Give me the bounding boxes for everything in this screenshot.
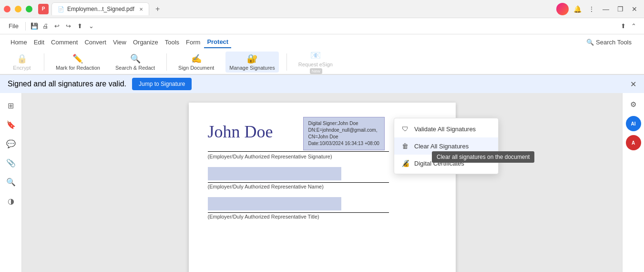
ribbon-divider-1 (44, 53, 44, 71)
jump-to-signature-btn[interactable]: Jump to Signature (132, 78, 192, 90)
sig-info-line1: Digital Signer:John Doe (308, 120, 379, 127)
search-redact-icon: 🔍 (130, 53, 141, 64)
share-icon[interactable]: ⬆ (75, 21, 85, 31)
search-tools-btn[interactable]: 🔍 Search Tools (582, 37, 636, 48)
rep-title-label: (Employer/Duly Authorized Representative… (208, 214, 437, 220)
mark-redaction-label: Mark for Redaction (56, 65, 100, 71)
upload-area: ⬆ ⌃ (618, 21, 638, 31)
tooltip-text: Clear all signatures on the document (437, 154, 530, 160)
file-menu[interactable]: File (6, 21, 21, 31)
sig-info-line3: CN=John Doe (308, 134, 379, 140)
pdf-area: John Doe Digital Signer:John Doe DN:E=jo… (22, 93, 622, 272)
view-menu[interactable]: View (110, 37, 129, 48)
notification-close-btn[interactable]: ✕ (630, 80, 636, 89)
sign-document-btn[interactable]: ✍️ Sign Document (174, 52, 218, 73)
browser-restore-icon[interactable]: ❐ (614, 3, 626, 15)
request-esign-label: Request eSign (298, 62, 333, 67)
sign-document-label: Sign Document (178, 65, 214, 71)
ribbon: 🔒 Encrypt ✏️ Mark for Redaction 🔍 Search… (0, 50, 644, 74)
search-icon: 🔍 (586, 39, 594, 46)
sidebar-thumbnail-icon[interactable]: ⊞ (2, 97, 20, 114)
menu-bar: Home Edit Comment Convert View Organize … (0, 34, 644, 50)
request-esign-btn[interactable]: 📧 Request eSign New (295, 48, 337, 76)
undo-icon[interactable]: ↩ (52, 21, 62, 31)
signature-line (208, 151, 389, 152)
ai-label: AI (631, 121, 636, 126)
search-tools-area: 🔍 Search Tools (582, 37, 636, 48)
search-redact-label: Search & Redact (115, 65, 155, 71)
encrypt-icon: 🔒 (17, 53, 27, 64)
as-icon[interactable]: A (626, 135, 641, 150)
organize-menu[interactable]: Organize (130, 37, 161, 48)
new-badge: New (310, 68, 322, 74)
comment-menu[interactable]: Comment (48, 37, 81, 48)
sidebar-comment-icon[interactable]: 💬 (2, 135, 20, 152)
browser-close-win-icon[interactable]: ✕ (629, 3, 640, 15)
rep-name-field (208, 167, 341, 180)
main-area: ⊞ 🔖 💬 📎 🔍 ◑ John Doe Digital Signer:John… (0, 93, 644, 272)
signature-text: John Doe (208, 122, 273, 142)
manage-signatures-dropdown: 🛡 Validate All Signatures 🗑 Clear All Si… (394, 118, 499, 174)
mark-redaction-btn[interactable]: ✏️ Mark for Redaction (52, 52, 104, 73)
rep-name-label: (Employer/Duly Authorized Representative… (208, 184, 437, 189)
notification-bar: Signed and all signatures are valid. Jum… (0, 75, 644, 93)
search-redact-btn[interactable]: 🔍 Search & Redact (112, 52, 159, 73)
tools-menu[interactable]: Tools (162, 37, 182, 48)
sidebar-search-icon[interactable]: 🔍 (2, 173, 20, 190)
new-tab-btn[interactable]: + (152, 3, 164, 15)
convert-menu[interactable]: Convert (82, 37, 109, 48)
ribbon-divider-3 (286, 53, 287, 71)
sig-info-popup: Digital Signer:John Doe DN:E=johndoe_nul… (303, 117, 385, 150)
manage-signatures-btn[interactable]: 🔐 Manage Signatures (225, 52, 278, 73)
ai-assistant-icon[interactable]: AI (626, 116, 641, 131)
tab-title: Employmen...t_Signed.pdf (67, 6, 134, 12)
browser-maximize-btn[interactable] (26, 6, 32, 12)
validate-all-label: Validate All Signatures (414, 126, 476, 133)
rep-title-line (208, 212, 389, 213)
right-settings-icon[interactable]: ⚙ (626, 97, 641, 112)
form-menu[interactable]: Form (183, 37, 203, 48)
print-icon[interactable]: 🖨 (41, 21, 51, 31)
upload-icon[interactable]: ⬆ (618, 21, 628, 31)
profile-icon[interactable] (556, 3, 569, 15)
app-toolbar: File 💾 🖨 ↩ ↪ ⬆ ⌄ ⬆ ⌃ (0, 18, 644, 34)
clear-all-label: Clear All Signatures (414, 143, 469, 150)
encrypt-btn[interactable]: 🔒 Encrypt (8, 52, 36, 73)
sign-icon: ✍️ (191, 53, 202, 64)
right-sidebar: ⚙ AI A (622, 93, 644, 272)
toolbar-divider-1 (25, 22, 26, 31)
browser-controls: 🔔 ⋮ — ❐ ✕ (556, 3, 640, 15)
notifications-icon[interactable]: 🔔 (572, 3, 583, 15)
redaction-icon: ✏️ (72, 53, 83, 64)
browser-close-btn[interactable] (4, 6, 10, 12)
notification-text: Signed and all signatures are valid. (8, 80, 126, 88)
browser-minimize-btn[interactable] (15, 6, 21, 12)
active-tab[interactable]: 📄 Employmen...t_Signed.pdf ✕ (51, 2, 149, 15)
sidebar-bookmark-icon[interactable]: 🔖 (2, 116, 20, 133)
more-icon[interactable]: ⌄ (87, 21, 96, 31)
browser-chrome: P 📄 Employmen...t_Signed.pdf ✕ + 🔔 ⋮ — ❐… (0, 0, 644, 18)
sidebar-attach-icon[interactable]: 📎 (2, 154, 20, 171)
menu-ribbon: Home Edit Comment Convert View Organize … (0, 34, 644, 75)
sig-info-line2: DN:E=johndoe_null@gmail.com, (308, 127, 379, 134)
as-label: A (632, 140, 635, 146)
sig-info-line4: Date:10/03/2024 16:34:13 +08:00 (308, 140, 379, 147)
collapse-icon[interactable]: ⌃ (629, 21, 638, 31)
rep-title-block: (Employer/Duly Authorized Representative… (208, 197, 437, 220)
browser-menu-icon[interactable]: ⋮ (586, 3, 597, 15)
browser-minimize-win-icon[interactable]: — (600, 3, 612, 15)
save-icon[interactable]: 💾 (30, 21, 39, 31)
redo-icon[interactable]: ↪ (64, 21, 73, 31)
manage-sig-icon: 🔐 (247, 53, 257, 64)
protect-menu[interactable]: Protect (204, 36, 231, 48)
edit-menu[interactable]: Edit (31, 37, 47, 48)
tab-close-btn[interactable]: ✕ (139, 7, 143, 12)
manage-signatures-label: Manage Signatures (229, 65, 275, 71)
sidebar-layers-icon[interactable]: ◑ (2, 192, 20, 209)
validate-all-sigs-item[interactable]: 🛡 Validate All Signatures (394, 120, 498, 137)
cert-icon: 🔏 (401, 159, 409, 167)
rep-title-field (208, 197, 341, 210)
trash-icon: 🗑 (401, 142, 409, 150)
home-menu[interactable]: Home (8, 37, 30, 48)
ribbon-divider-2 (166, 53, 167, 71)
